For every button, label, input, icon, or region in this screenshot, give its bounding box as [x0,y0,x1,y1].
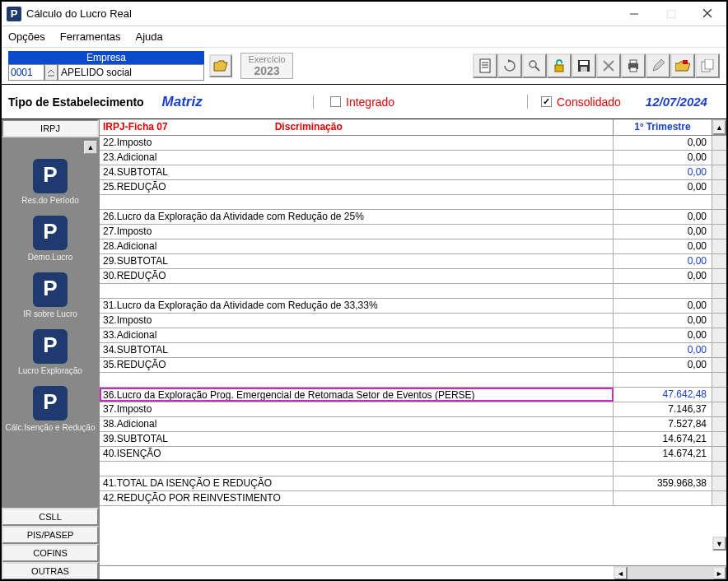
grid-cell-disc: 31.Lucro da Exploração da Atividade com … [100,299,614,313]
scrollbar-track[interactable] [712,314,726,328]
grid-row[interactable]: 38.Adicional7.527,84 [100,417,726,432]
scrollbar-track[interactable] [712,417,726,431]
consolidado-checkbox[interactable] [541,96,552,107]
grid-header: IRPJ-Ficha 07 Discriminação 1º Trimestre… [100,119,726,136]
grid-row[interactable]: 32.Imposto0,00 [100,314,726,328]
scroll-down-button[interactable]: ▼ [712,537,726,551]
empresa-name-input[interactable] [58,64,204,81]
scroll-right-button[interactable]: ► [712,566,726,580]
grid-cell-value: 0,00 [614,151,712,165]
empresa-dropdown-button[interactable] [44,64,58,81]
empresa-header: Empresa [8,51,204,64]
integrado-checkbox[interactable] [330,96,341,107]
empresa-code-input[interactable] [8,64,44,81]
sidebar-item-res-periodo[interactable]: P Res.do Período [21,159,79,206]
scrollbar-track[interactable] [712,491,726,505]
body: IRPJ ▲ P Res.do Período P Demo.Lucro P I… [2,119,726,580]
grid-row[interactable]: 22.Imposto0,00 [100,136,726,151]
grid-row[interactable]: 35.REDUÇÃO0,00 [100,358,726,373]
svg-line-11 [535,67,539,71]
titlebar: P Cálculo do Lucro Real [2,2,726,26]
grid-row[interactable]: 41.TOTAL DA ISENÇÃO E REDUÇÃO359.968,38 [100,476,726,491]
grid-row[interactable]: 23.Adicional0,00 [100,151,726,165]
open-folder-button[interactable] [209,54,232,77]
scroll-up-button[interactable]: ▲ [712,119,726,135]
scrollbar-track[interactable] [712,284,726,298]
svg-rect-5 [480,59,490,72]
document-button[interactable] [473,53,497,78]
scrollbar-track[interactable] [712,165,726,179]
menu-ajuda[interactable]: Ajuda [136,30,163,43]
scrollbar-track[interactable] [712,180,726,194]
scrollbar-track[interactable] [712,402,726,416]
sidebar-item-ir-sobre-lucro[interactable]: P IR sobre Lucro [23,272,77,319]
close-button[interactable] [689,2,726,26]
scrollbar-track[interactable] [712,210,726,224]
scrollbar-track[interactable] [712,358,726,372]
grid-row[interactable]: 26.Lucro da Exploração da Atividade com … [100,210,726,225]
grid-row[interactable]: 37.Imposto7.146,37 [100,402,726,417]
grid-row[interactable]: 29.SUBTOTAL0,00 [100,254,726,269]
menu-opcoes[interactable]: Opções [8,30,45,43]
scrollbar-track[interactable] [712,299,726,313]
print-button[interactable] [621,53,646,78]
edit-button[interactable] [646,53,670,78]
sidebar-tab-pis-pasep[interactable]: PIS/PASEP [2,526,99,544]
scrollbar-track[interactable] [712,343,726,357]
grid-row[interactable]: 30.REDUÇÃO0,00 [100,269,726,284]
empresa-box: Empresa [8,51,204,81]
menu-ferramentas[interactable]: Ferramentas [60,30,121,43]
scrollbar-track[interactable] [712,254,726,268]
grid-row[interactable]: 24.SUBTOTAL0,00 [100,165,726,180]
scrollbar-track[interactable] [712,476,726,490]
scrollbar-track[interactable] [712,328,726,342]
grid-row[interactable]: 40.ISENÇÃO14.674,21 [100,447,726,462]
scrollbar-track[interactable] [712,239,726,253]
scrollbar-track[interactable] [712,388,726,402]
scrollbar-track[interactable] [712,432,726,446]
scroll-track[interactable] [628,566,712,580]
save-button[interactable] [572,53,596,78]
sidebar-item-demo-lucro[interactable]: P Demo.Lucro [28,216,72,263]
grid-row[interactable]: 39.SUBTOTAL14.674,21 [100,432,726,447]
scrollbar-track[interactable] [712,462,726,476]
scrollbar-track[interactable] [712,447,726,461]
grid-row[interactable]: 42.REDUÇÃO POR REINVESTIMENTO [100,491,726,506]
sidebar-scroll-up[interactable]: ▲ [84,141,97,154]
grid-body: 22.Imposto0,0023.Adicional0,0024.SUBTOTA… [100,136,726,565]
svg-point-10 [530,61,536,67]
minimize-button[interactable] [615,2,652,26]
scrollbar-track[interactable] [712,373,726,387]
delete-button[interactable] [596,53,621,78]
grid-row[interactable]: 25.REDUÇÃO0,00 [100,180,726,195]
sidebar-tab-outras[interactable]: OUTRAS [2,562,99,580]
search-button[interactable] [522,53,547,78]
p-icon: P [33,386,68,421]
grid-row[interactable]: 31.Lucro da Exploração da Atividade com … [100,299,726,314]
scrollbar-track[interactable] [712,269,726,283]
copy-button[interactable] [695,53,720,78]
grid-cell-disc [100,373,614,387]
lock-button[interactable] [547,53,572,78]
grid-header-value[interactable]: 1º Trimestre [614,119,712,135]
maximize-button[interactable] [652,2,689,26]
sidebar-item-calc-isencao[interactable]: P Cálc.Isenção e Redução [6,386,96,433]
grid-row[interactable]: 27.Imposto0,00 [100,225,726,239]
grid-row[interactable]: 34.SUBTOTAL0,00 [100,343,726,358]
grid-row[interactable]: 28.Adicional0,00 [100,239,726,254]
scroll-left-button[interactable]: ◄ [614,566,628,580]
sidebar-tab-irpj[interactable]: IRPJ [2,119,99,137]
grid-cell-disc: 32.Imposto [100,314,614,328]
grid-row[interactable]: 33.Adicional0,00 [100,328,726,343]
grid-cell-disc: 36.Lucro da Exploração Prog. Emergencial… [100,388,614,402]
grid-row[interactable]: 36.Lucro da Exploração Prog. Emergencial… [100,388,726,402]
refresh-button[interactable] [497,53,522,78]
scrollbar-track[interactable] [712,151,726,165]
sidebar-tab-cofins[interactable]: COFINS [2,544,99,562]
sidebar-tab-csll[interactable]: CSLL [2,508,99,526]
export-button[interactable] [670,53,695,78]
scrollbar-track[interactable] [712,195,726,209]
scrollbar-track[interactable] [712,136,726,150]
sidebar-item-lucro-exploracao[interactable]: P Lucro Exploração [18,329,82,376]
scrollbar-track[interactable] [712,225,726,239]
